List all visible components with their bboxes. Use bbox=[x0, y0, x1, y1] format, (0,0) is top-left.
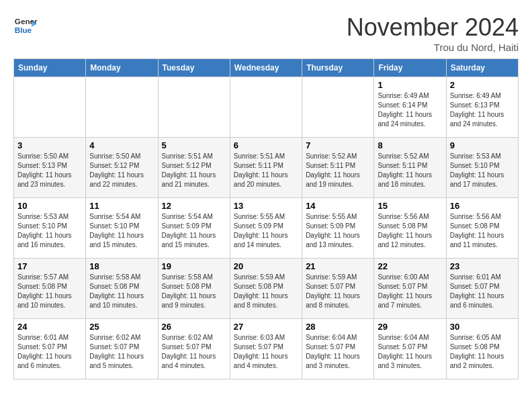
day-of-week-header: Tuesday bbox=[158, 59, 230, 77]
logo: General Blue bbox=[13, 13, 38, 38]
calendar-day-cell bbox=[302, 77, 374, 138]
day-info: Sunrise: 6:49 AM Sunset: 6:14 PM Dayligh… bbox=[378, 91, 442, 129]
day-number: 15 bbox=[378, 201, 442, 211]
svg-text:Blue: Blue bbox=[15, 26, 32, 34]
day-info: Sunrise: 5:58 AM Sunset: 5:08 PM Dayligh… bbox=[89, 273, 154, 310]
calendar-day-cell: 7Sunrise: 5:52 AM Sunset: 5:11 PM Daylig… bbox=[302, 138, 374, 198]
calendar-day-cell: 30Sunrise: 6:05 AM Sunset: 5:08 PM Dayli… bbox=[446, 319, 518, 379]
day-number: 6 bbox=[234, 140, 298, 150]
title-block: November 2024 Trou du Nord, Haiti bbox=[347, 13, 519, 53]
day-info: Sunrise: 5:50 AM Sunset: 5:12 PM Dayligh… bbox=[89, 152, 154, 189]
day-info: Sunrise: 5:51 AM Sunset: 5:12 PM Dayligh… bbox=[162, 152, 226, 189]
day-number: 25 bbox=[89, 322, 154, 332]
calendar-day-cell: 17Sunrise: 5:57 AM Sunset: 5:08 PM Dayli… bbox=[14, 259, 86, 319]
day-number: 22 bbox=[378, 261, 442, 271]
calendar-day-cell: 22Sunrise: 6:00 AM Sunset: 5:07 PM Dayli… bbox=[374, 259, 446, 319]
day-number: 26 bbox=[162, 322, 226, 332]
location-subtitle: Trou du Nord, Haiti bbox=[347, 42, 519, 53]
calendar-day-cell: 2Sunrise: 6:49 AM Sunset: 6:13 PM Daylig… bbox=[446, 77, 518, 138]
day-of-week-header: Saturday bbox=[446, 59, 518, 77]
day-info: Sunrise: 5:56 AM Sunset: 5:08 PM Dayligh… bbox=[450, 212, 515, 250]
calendar-week-row: 24Sunrise: 6:01 AM Sunset: 5:07 PM Dayli… bbox=[14, 319, 519, 379]
day-number: 21 bbox=[306, 261, 370, 271]
day-of-week-header: Thursday bbox=[302, 59, 374, 77]
day-number: 9 bbox=[450, 140, 515, 150]
day-number: 10 bbox=[17, 201, 82, 211]
day-number: 18 bbox=[89, 261, 154, 271]
calendar-day-cell: 27Sunrise: 6:03 AM Sunset: 5:07 PM Dayli… bbox=[230, 319, 302, 379]
calendar-day-cell bbox=[230, 77, 302, 138]
day-info: Sunrise: 5:51 AM Sunset: 5:11 PM Dayligh… bbox=[234, 152, 298, 189]
day-number: 13 bbox=[234, 201, 298, 211]
calendar-day-cell: 5Sunrise: 5:51 AM Sunset: 5:12 PM Daylig… bbox=[158, 138, 230, 198]
calendar-day-cell: 12Sunrise: 5:54 AM Sunset: 5:09 PM Dayli… bbox=[158, 198, 230, 259]
calendar-day-cell: 20Sunrise: 5:59 AM Sunset: 5:08 PM Dayli… bbox=[230, 259, 302, 319]
calendar-day-cell: 25Sunrise: 6:02 AM Sunset: 5:07 PM Dayli… bbox=[86, 319, 158, 379]
calendar-header-row: SundayMondayTuesdayWednesdayThursdayFrid… bbox=[14, 59, 519, 77]
day-info: Sunrise: 5:53 AM Sunset: 5:10 PM Dayligh… bbox=[450, 152, 515, 189]
calendar-day-cell: 23Sunrise: 6:01 AM Sunset: 5:07 PM Dayli… bbox=[446, 259, 518, 319]
day-of-week-header: Sunday bbox=[14, 59, 86, 77]
day-of-week-header: Monday bbox=[86, 59, 158, 77]
calendar-day-cell: 15Sunrise: 5:56 AM Sunset: 5:08 PM Dayli… bbox=[374, 198, 446, 259]
day-info: Sunrise: 6:49 AM Sunset: 6:13 PM Dayligh… bbox=[450, 91, 515, 129]
calendar-week-row: 1Sunrise: 6:49 AM Sunset: 6:14 PM Daylig… bbox=[14, 77, 519, 138]
day-number: 30 bbox=[450, 322, 515, 332]
calendar-day-cell: 6Sunrise: 5:51 AM Sunset: 5:11 PM Daylig… bbox=[230, 138, 302, 198]
day-info: Sunrise: 6:02 AM Sunset: 5:07 PM Dayligh… bbox=[89, 333, 154, 371]
day-info: Sunrise: 5:55 AM Sunset: 5:09 PM Dayligh… bbox=[234, 212, 298, 250]
calendar-day-cell: 19Sunrise: 5:58 AM Sunset: 5:08 PM Dayli… bbox=[158, 259, 230, 319]
calendar-day-cell: 3Sunrise: 5:50 AM Sunset: 5:13 PM Daylig… bbox=[14, 138, 86, 198]
day-number: 28 bbox=[306, 322, 370, 332]
calendar-day-cell: 24Sunrise: 6:01 AM Sunset: 5:07 PM Dayli… bbox=[14, 319, 86, 379]
day-of-week-header: Wednesday bbox=[230, 59, 302, 77]
day-info: Sunrise: 6:01 AM Sunset: 5:07 PM Dayligh… bbox=[450, 273, 515, 310]
calendar-day-cell: 10Sunrise: 5:53 AM Sunset: 5:10 PM Dayli… bbox=[14, 198, 86, 259]
day-number: 24 bbox=[17, 322, 82, 332]
calendar-day-cell: 9Sunrise: 5:53 AM Sunset: 5:10 PM Daylig… bbox=[446, 138, 518, 198]
calendar-day-cell: 11Sunrise: 5:54 AM Sunset: 5:10 PM Dayli… bbox=[86, 198, 158, 259]
day-info: Sunrise: 5:54 AM Sunset: 5:09 PM Dayligh… bbox=[162, 212, 226, 250]
page-header: General Blue November 2024 Trou du Nord,… bbox=[13, 13, 519, 53]
day-info: Sunrise: 6:00 AM Sunset: 5:07 PM Dayligh… bbox=[378, 273, 442, 310]
day-number: 20 bbox=[234, 261, 298, 271]
day-number: 17 bbox=[17, 261, 82, 271]
day-info: Sunrise: 5:58 AM Sunset: 5:08 PM Dayligh… bbox=[162, 273, 226, 310]
calendar-day-cell: 8Sunrise: 5:52 AM Sunset: 5:11 PM Daylig… bbox=[374, 138, 446, 198]
calendar-body: 1Sunrise: 6:49 AM Sunset: 6:14 PM Daylig… bbox=[14, 77, 519, 379]
calendar-week-row: 10Sunrise: 5:53 AM Sunset: 5:10 PM Dayli… bbox=[14, 198, 519, 259]
day-of-week-header: Friday bbox=[374, 59, 446, 77]
day-info: Sunrise: 6:03 AM Sunset: 5:07 PM Dayligh… bbox=[234, 333, 298, 371]
day-info: Sunrise: 5:59 AM Sunset: 5:08 PM Dayligh… bbox=[234, 273, 298, 310]
day-info: Sunrise: 6:05 AM Sunset: 5:08 PM Dayligh… bbox=[450, 333, 515, 371]
day-info: Sunrise: 5:59 AM Sunset: 5:07 PM Dayligh… bbox=[306, 273, 370, 310]
calendar-day-cell: 26Sunrise: 6:02 AM Sunset: 5:07 PM Dayli… bbox=[158, 319, 230, 379]
calendar-day-cell: 29Sunrise: 6:04 AM Sunset: 5:07 PM Dayli… bbox=[374, 319, 446, 379]
day-number: 1 bbox=[378, 80, 442, 90]
month-title: November 2024 bbox=[347, 13, 519, 42]
day-number: 29 bbox=[378, 322, 442, 332]
day-info: Sunrise: 5:53 AM Sunset: 5:10 PM Dayligh… bbox=[17, 212, 82, 250]
calendar-day-cell: 14Sunrise: 5:55 AM Sunset: 5:09 PM Dayli… bbox=[302, 198, 374, 259]
calendar-day-cell: 1Sunrise: 6:49 AM Sunset: 6:14 PM Daylig… bbox=[374, 77, 446, 138]
calendar-day-cell bbox=[158, 77, 230, 138]
calendar-day-cell bbox=[14, 77, 86, 138]
day-number: 23 bbox=[450, 261, 515, 271]
calendar-table: SundayMondayTuesdayWednesdayThursdayFrid… bbox=[13, 58, 519, 379]
calendar-day-cell: 13Sunrise: 5:55 AM Sunset: 5:09 PM Dayli… bbox=[230, 198, 302, 259]
calendar-day-cell bbox=[86, 77, 158, 138]
day-number: 4 bbox=[89, 140, 154, 150]
calendar-day-cell: 21Sunrise: 5:59 AM Sunset: 5:07 PM Dayli… bbox=[302, 259, 374, 319]
day-info: Sunrise: 6:04 AM Sunset: 5:07 PM Dayligh… bbox=[378, 333, 442, 371]
day-info: Sunrise: 5:57 AM Sunset: 5:08 PM Dayligh… bbox=[17, 273, 82, 310]
calendar-day-cell: 4Sunrise: 5:50 AM Sunset: 5:12 PM Daylig… bbox=[86, 138, 158, 198]
day-number: 8 bbox=[378, 140, 442, 150]
day-number: 19 bbox=[162, 261, 226, 271]
day-number: 3 bbox=[17, 140, 82, 150]
day-number: 27 bbox=[234, 322, 298, 332]
day-number: 7 bbox=[306, 140, 370, 150]
day-info: Sunrise: 6:04 AM Sunset: 5:07 PM Dayligh… bbox=[306, 333, 370, 371]
calendar-week-row: 17Sunrise: 5:57 AM Sunset: 5:08 PM Dayli… bbox=[14, 259, 519, 319]
calendar-week-row: 3Sunrise: 5:50 AM Sunset: 5:13 PM Daylig… bbox=[14, 138, 519, 198]
day-info: Sunrise: 6:02 AM Sunset: 5:07 PM Dayligh… bbox=[162, 333, 226, 371]
